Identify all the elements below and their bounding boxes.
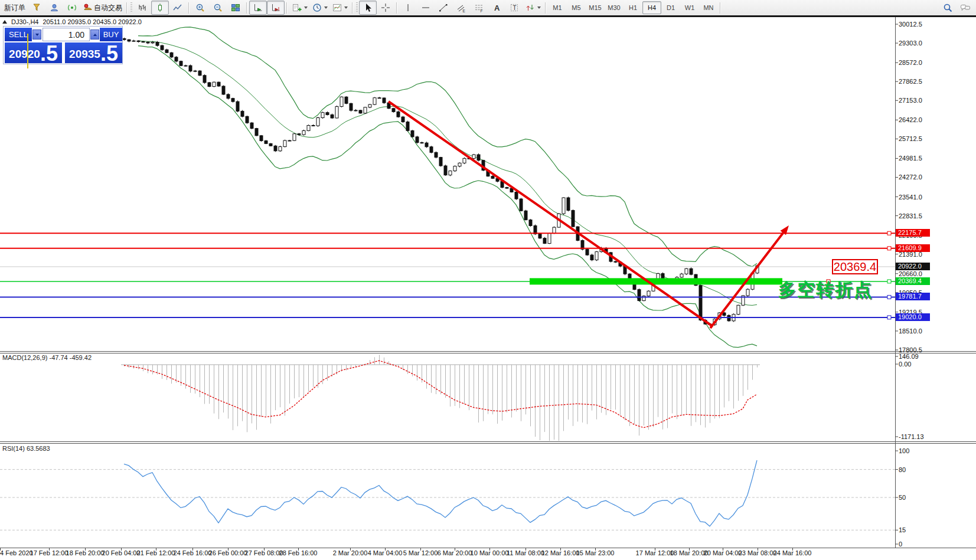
filter-button[interactable] [28,1,45,15]
candle-body [562,198,565,214]
candle-body [378,98,381,99]
candle-body [572,211,574,227]
horizontal-line-button[interactable] [417,1,435,15]
collapse-arrow-icon[interactable] [2,20,7,24]
timeframe-d1[interactable]: D1 [661,1,680,14]
candle-body [458,163,461,166]
vertical-line-object[interactable] [27,34,28,68]
candle-body [699,286,702,320]
svg-text:A: A [494,4,500,12]
volume-decrease-button[interactable] [32,30,41,40]
candle-body [170,53,173,57]
timeframe-m5[interactable]: M5 [567,1,586,14]
text-tool-button[interactable]: A [488,1,505,15]
buy-button[interactable]: BUY [100,28,122,41]
candle-body [690,268,693,274]
level-price-label[interactable]: 20369.4 [832,259,878,274]
candle-body [146,42,149,43]
pivot-annotation[interactable]: 多空转折点 [778,278,873,302]
trendline-button[interactable] [435,1,452,15]
auto-trading-button[interactable]: 自动交易 [81,1,125,15]
fibonacci-button[interactable]: F [470,1,488,15]
bollinger-upper [138,27,757,267]
equidistant-channel-icon: E [456,3,466,12]
chat-button[interactable] [957,1,974,15]
timeframe-m30[interactable]: M30 [605,1,624,14]
timeframe-m1[interactable]: M1 [548,1,567,14]
volume-increase-button[interactable] [90,30,99,40]
search-button[interactable] [939,1,957,15]
bar-chart-button[interactable] [133,1,151,15]
candle-body [184,66,187,66]
toolbar-separator [352,2,353,14]
line-handle[interactable] [887,247,891,250]
zoom-out-button[interactable] [209,1,227,15]
candle-body [439,158,442,166]
chart-canvas[interactable]: 30012.529303.028572.027862.527153.026422… [0,0,976,560]
chart-shift-icon [271,3,280,12]
auto-trading-icon [83,3,93,12]
toolbar-separator [545,2,546,14]
add-indicator-icon [292,3,302,12]
templates-button[interactable] [330,1,350,15]
signal-button[interactable] [63,1,81,15]
cursor-button[interactable] [359,1,377,15]
sell-price-int: 20920 [9,48,40,63]
line-chart-button[interactable] [169,1,187,15]
main-pane [0,27,895,348]
candle-body [161,45,164,50]
zoom-in-button[interactable] [191,1,209,15]
line-handle[interactable] [887,231,891,235]
clock-icon [312,3,322,12]
candle-body [288,140,291,141]
new-order-label: 新订单 [4,3,25,13]
search-icon [943,3,953,13]
profile-button[interactable] [45,1,63,15]
window-top-border [0,15,976,17]
chevron-up-icon [93,34,97,36]
candle-body [340,97,343,106]
timeframe-h1[interactable]: H1 [624,1,642,14]
candle-body [250,123,253,128]
auto-scroll-button[interactable] [249,1,267,15]
text-label-icon: T [510,3,519,12]
volume-input[interactable] [43,28,90,41]
periods-button[interactable] [310,1,330,15]
buy-price-int: 20935 [69,48,100,63]
candle-body [553,227,556,233]
sell-price-display[interactable]: 20920 .5 [5,42,62,63]
timeframe-mn[interactable]: MN [699,1,718,14]
text-label-button[interactable]: T [505,1,523,15]
candle-body [132,41,135,41]
svg-text:T: T [513,5,517,11]
candle-body [128,40,130,41]
equidistant-channel-button[interactable]: E [452,1,470,15]
candle-body [189,66,192,71]
line-handle[interactable] [887,295,891,299]
line-handle[interactable] [887,316,891,319]
candle-body [302,130,305,135]
candle-body [368,104,371,107]
candlestick-chart-button[interactable] [151,1,169,15]
new-order-button[interactable]: 新订单 [2,1,28,15]
candle-body [477,155,480,161]
vertical-line-icon [403,3,413,12]
candle-body [595,252,598,260]
sell-price-frac: .5 [40,44,58,63]
sell-button-label: SELL [9,30,28,39]
chevron-down-icon [324,6,328,9]
tile-windows-button[interactable] [227,1,244,15]
timeframe-w1[interactable]: W1 [680,1,699,14]
crosshair-button[interactable] [377,1,394,15]
timeframe-h4[interactable]: H4 [642,1,661,14]
chart-shift-button[interactable] [267,1,285,15]
vertical-line-button[interactable] [399,1,417,15]
downtrend-line[interactable] [389,101,713,326]
timeframe-m15[interactable]: M15 [586,1,605,14]
indicators-button[interactable] [289,1,310,15]
buy-price-display[interactable]: 20935 .5 [65,42,122,63]
template-chart-icon [332,3,342,12]
arrows-tool-button[interactable] [523,1,543,15]
toolbar-separator [246,2,247,14]
line-handle[interactable] [887,280,891,283]
